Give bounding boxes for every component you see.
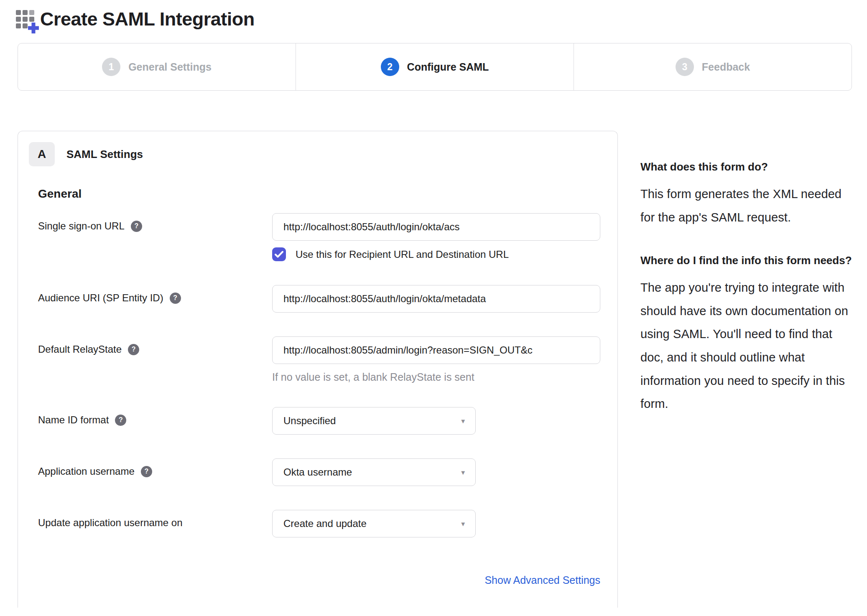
relay-state-label: Default RelayState — [38, 344, 122, 355]
help-icon[interactable]: ? — [115, 415, 126, 426]
audience-uri-input[interactable] — [272, 285, 600, 313]
help-icon[interactable]: ? — [131, 221, 142, 232]
saml-settings-panel: A SAML Settings General Single sign-on U… — [18, 131, 618, 608]
page-header: Create SAML Integration — [16, 8, 867, 30]
relay-state-input[interactable] — [272, 336, 600, 364]
recipient-url-checkbox-label[interactable]: Use this for Recipient URL and Destinati… — [296, 249, 509, 260]
step-label: Feedback — [702, 61, 750, 73]
help-question-1: What does this form do? — [640, 158, 853, 175]
selected-value: Unspecified — [283, 415, 336, 427]
general-section-heading: General — [38, 187, 617, 201]
name-id-format-select[interactable]: Unspecified ▼ — [272, 407, 476, 435]
chevron-down-icon: ▼ — [460, 417, 466, 425]
field-row-update-username: Update application username on Create an… — [38, 510, 600, 537]
help-answer-1: This form generates the XML needed for t… — [640, 183, 853, 229]
recipient-url-checkbox[interactable] — [272, 247, 286, 261]
grid-plus-icon — [16, 9, 37, 30]
selected-value: Create and update — [283, 518, 367, 529]
step-label: Configure SAML — [407, 61, 489, 73]
sso-url-input[interactable] — [272, 213, 600, 241]
application-username-select[interactable]: Okta username ▼ — [272, 458, 476, 486]
selected-value: Okta username — [283, 466, 352, 478]
field-row-audience-uri: Audience URI (SP Entity ID) ? — [38, 285, 600, 313]
step-general-settings[interactable]: 1 General Settings — [18, 43, 296, 90]
update-username-select[interactable]: Create and update ▼ — [272, 510, 476, 537]
step-number-badge: 2 — [381, 58, 399, 76]
checkmark-icon — [275, 251, 283, 258]
field-row-relay-state: Default RelayState ? If no value is set,… — [38, 336, 600, 383]
show-advanced-settings-link[interactable]: Show Advanced Settings — [484, 574, 600, 586]
application-username-label: Application username — [38, 466, 135, 477]
section-a-badge: A — [29, 142, 55, 166]
step-configure-saml[interactable]: 2 Configure SAML — [296, 43, 574, 90]
step-feedback[interactable]: 3 Feedback — [574, 43, 852, 90]
panel-header: A SAML Settings — [29, 142, 617, 166]
panel-title: SAML Settings — [66, 148, 143, 161]
sso-url-label: Single sign-on URL — [38, 220, 125, 232]
relay-state-helper-text: If no value is set, a blank RelayState i… — [272, 371, 600, 383]
help-icon[interactable]: ? — [128, 344, 139, 355]
content-area: A SAML Settings General Single sign-on U… — [18, 131, 867, 608]
help-icon[interactable]: ? — [141, 466, 152, 477]
advanced-settings-row: Show Advanced Settings — [38, 574, 600, 586]
help-answer-2: The app you're trying to integrate with … — [640, 276, 853, 416]
step-number-badge: 1 — [102, 58, 120, 76]
help-icon[interactable]: ? — [170, 293, 181, 304]
chevron-down-icon: ▼ — [460, 469, 466, 476]
field-row-name-id-format: Name ID format ? Unspecified ▼ — [38, 407, 600, 435]
audience-uri-label: Audience URI (SP Entity ID) — [38, 292, 163, 304]
help-sidebar: What does this form do? This form genera… — [640, 131, 853, 416]
saml-form: Single sign-on URL ? Use this for Recipi… — [38, 213, 600, 586]
name-id-format-label: Name ID format — [38, 414, 109, 426]
wizard-steps: 1 General Settings 2 Configure SAML 3 Fe… — [18, 43, 852, 91]
help-question-2: Where do I find the info this form needs… — [640, 252, 853, 269]
field-row-application-username: Application username ? Okta username ▼ — [38, 458, 600, 486]
update-username-label: Update application username on — [38, 517, 183, 529]
step-number-badge: 3 — [676, 58, 694, 76]
page-title: Create SAML Integration — [40, 8, 255, 30]
chevron-down-icon: ▼ — [460, 520, 466, 527]
step-label: General Settings — [128, 61, 212, 73]
field-row-sso-url: Single sign-on URL ? Use this for Recipi… — [38, 213, 600, 261]
plus-icon — [27, 21, 40, 35]
